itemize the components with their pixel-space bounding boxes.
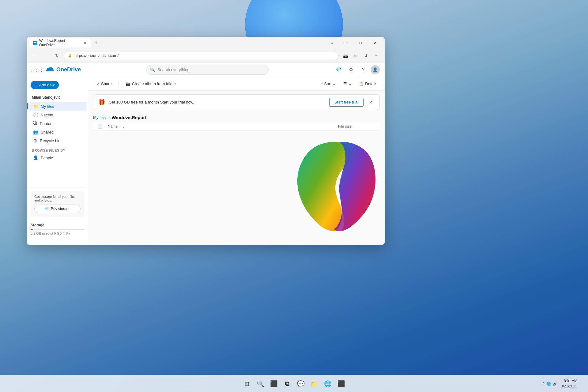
edge-button[interactable]: 🌐 [322, 378, 333, 389]
storage-promo-text: Get storage for all your files and photo… [34, 195, 81, 202]
address-text: https://onedrive.live.com/ [74, 53, 119, 58]
reload-btn[interactable]: ↻ [53, 51, 61, 60]
sidebar-item-recycle-bin[interactable]: 🗑 Recycle bin [28, 136, 87, 145]
sort-button[interactable]: ↕ Sort ⌄ [318, 80, 338, 88]
sidebar-item-recent[interactable]: 🕐 Recent [28, 111, 87, 119]
app-bar: ⋮⋮⋮ OneDrive 🔍 Search everything 💎 ⚙ ? 👤 [27, 62, 385, 77]
sort-label: Sort [324, 81, 331, 86]
back-btn[interactable]: ← [31, 51, 39, 60]
browser-tabs: WindowsReport - OneDrive ✕ + [29, 38, 325, 47]
app-right-icons: 💎 ⚙ ? 👤 [334, 65, 380, 75]
tabs-expand-btn[interactable]: ⌄ [328, 39, 336, 47]
col-size-header[interactable]: File size [338, 124, 375, 129]
col-name-header[interactable]: Name ↑ ⌄ [108, 124, 336, 129]
sidebar-item-photos[interactable]: 🖼 Photos [28, 119, 87, 128]
taskbar-chevron-icon[interactable]: ^ [543, 382, 545, 386]
recent-icon: 🕐 [33, 112, 38, 117]
new-tab-btn[interactable]: + [92, 39, 100, 47]
toolbar-divider [119, 81, 119, 87]
view-icon: ☰ [343, 81, 347, 86]
network-icon[interactable]: 🌐 [546, 382, 551, 386]
details-label: Details [365, 81, 377, 86]
settings-app-icon[interactable]: ⚙ [346, 65, 356, 75]
breadcrumb-current: WindowsReport [111, 115, 146, 120]
browser-window: WindowsReport - OneDrive ✕ + ⌄ — □ ✕ ← →… [27, 37, 385, 245]
snap-layouts-button[interactable]: ⧉ [282, 378, 293, 389]
sort-icon: ↕ [321, 81, 323, 86]
my-files-label: My files [41, 104, 54, 109]
people-label: People [41, 156, 53, 160]
promo-sub-text: Start your trial now. [160, 100, 194, 104]
taskbar-time[interactable]: 8:01 AM 3/21/2022 [561, 379, 577, 389]
search-bar[interactable]: 🔍 Search everything [146, 65, 269, 75]
sidebar-item-shared[interactable]: 👥 Shared [28, 128, 87, 136]
storage-label: Storage [31, 223, 84, 227]
add-new-button[interactable]: + Add new [31, 81, 59, 89]
promo-main-text: Get 100 GB free for a month [109, 100, 159, 104]
maximize-btn[interactable]: □ [353, 38, 368, 47]
col-icon-header: 📄 [98, 124, 105, 129]
tab-favicon [33, 41, 37, 45]
buy-storage-button[interactable]: 💎 Buy storage [34, 205, 81, 213]
settings-icon[interactable]: ⋯ [372, 51, 381, 60]
address-bar[interactable]: 🔒 https://onedrive.live.com/ [64, 51, 339, 60]
taskbar-right: ^ 🌐 🔊 8:01 AM 3/21/2022 [543, 379, 583, 389]
task-view-button[interactable]: ⬛ [268, 378, 279, 389]
forward-btn[interactable]: → [42, 51, 50, 60]
storage-promo: Get storage for all your files and photo… [31, 191, 84, 217]
toolbar-right: ↕ Sort ⌄ ☰ ⌄ 📋 Details [318, 80, 380, 88]
recycle-bin-label: Recycle bin [40, 138, 60, 143]
shared-label: Shared [41, 130, 54, 134]
store-button[interactable]: ⬛ [336, 378, 347, 389]
storage-section: Storage 0.2 GB used of 5 GB (4%) [31, 221, 84, 238]
start-button[interactable]: ⊞ [241, 378, 252, 389]
onedrive-logo-icon [45, 67, 54, 73]
app-logo: OneDrive [45, 66, 81, 73]
content-toolbar: ↗ Share 📷 Create album from folder ↕ Sor… [88, 77, 385, 91]
help-icon[interactable]: ? [358, 65, 368, 75]
search-icon: 🔍 [150, 67, 155, 72]
photos-label: Photos [40, 121, 52, 126]
minimize-btn[interactable]: — [339, 38, 353, 47]
storage-bar-fill [31, 229, 33, 230]
sidebar: + Add new Milan Stanojevic 📁 My files 🕐 … [27, 77, 88, 245]
app-title: OneDrive [56, 66, 81, 73]
close-btn[interactable]: ✕ [368, 38, 382, 47]
view-chevron-icon: ⌄ [348, 81, 352, 86]
recycle-bin-icon: 🗑 [33, 138, 37, 143]
clock-time: 8:01 AM [561, 379, 577, 384]
start-free-trial-button[interactable]: Start free trial [329, 98, 364, 107]
chat-button[interactable]: 💬 [295, 378, 306, 389]
taskbar: ⊞ 🔍 ⬛ ⧉ 💬 📁 🌐 ⬛ ^ 🌐 🔊 8:01 AM 3/21/2022 [0, 375, 588, 392]
sort-chevron-icon: ⌄ [333, 81, 336, 86]
name-col-label: Name [108, 124, 118, 129]
microsoft-store-icon[interactable]: 💎 [334, 65, 344, 75]
sidebar-item-people[interactable]: 👤 People [28, 153, 87, 162]
search-taskbar-button[interactable]: 🔍 [255, 378, 266, 389]
volume-icon[interactable]: 🔊 [553, 382, 557, 386]
breadcrumb-separator: › [108, 115, 110, 120]
download-icon[interactable]: ⬇ [362, 51, 371, 60]
details-button[interactable]: 📋 Details [356, 80, 380, 88]
favorites-icon[interactable]: ☆ [352, 51, 360, 60]
user-name: Milan Stanojevic [27, 94, 88, 102]
sidebar-item-my-files[interactable]: 📁 My files [28, 102, 87, 111]
search-placeholder: Search everything [157, 67, 190, 72]
file-type-icon: 📄 [98, 124, 103, 129]
sort-asc-icon: ↑ [119, 124, 121, 129]
tab-close-btn[interactable]: ✕ [83, 40, 87, 45]
album-icon: 📷 [126, 81, 130, 86]
promo-close-btn[interactable]: ✕ [367, 99, 375, 106]
create-album-label: Create album from folder [132, 81, 176, 86]
hamburger-btn[interactable]: ⋮⋮⋮ [32, 65, 42, 75]
active-tab[interactable]: WindowsReport - OneDrive ✕ [29, 38, 91, 47]
file-list: 📄 Name ↑ ⌄ File size [88, 123, 385, 245]
breadcrumb-root-link[interactable]: My files [93, 115, 107, 120]
user-avatar[interactable]: 👤 [371, 65, 380, 74]
create-album-button[interactable]: 📷 Create album from folder [123, 80, 179, 88]
view-button[interactable]: ☰ ⌄ [341, 80, 354, 88]
screenshot-icon[interactable]: 📷 [341, 51, 350, 60]
file-explorer-button[interactable]: 📁 [309, 378, 320, 389]
share-button[interactable]: ↗ Share [93, 80, 115, 88]
sidebar-bottom: Get storage for all your files and photo… [27, 187, 88, 241]
